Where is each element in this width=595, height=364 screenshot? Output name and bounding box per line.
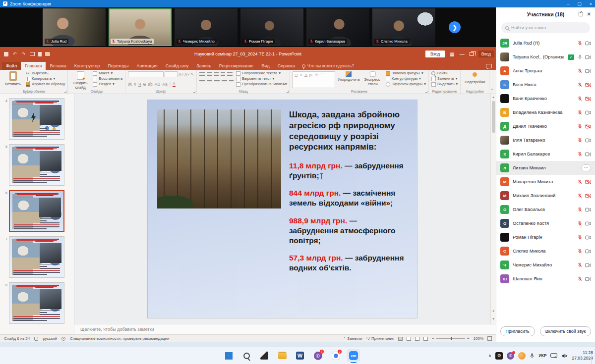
ribbon-tab[interactable]: Главная	[21, 62, 46, 70]
signin-button[interactable]: Вход	[425, 51, 445, 57]
slide-scrollbar[interactable]: ▲ ▲ ▼	[490, 94, 496, 324]
explorer-button[interactable]	[276, 349, 289, 362]
participant-row[interactable]: А Анна Троцька ✓ ···	[496, 64, 595, 78]
fit-slide-icon[interactable]	[487, 336, 492, 341]
participant-row[interactable]: В Владилена Казначеєва ✓ ···	[496, 105, 595, 119]
viber-button[interactable]: 3	[311, 349, 324, 362]
video-tile[interactable]: Julia Rud	[43, 8, 106, 46]
chrome-button[interactable]: 2	[329, 349, 342, 362]
language-indicator[interactable]: УКР	[538, 353, 546, 358]
participant-row[interactable]: Л Литвин Михаил ✓ ···	[496, 161, 595, 175]
comments-icon[interactable]	[486, 64, 492, 68]
slide-editor-area[interactable]: Шкода, завдана збройною агресією рф прир…	[74, 94, 496, 324]
orange-app-tray-icon[interactable]	[518, 352, 526, 360]
ribbon-display-options-icon[interactable]: ▦	[450, 52, 454, 57]
new-slide-button[interactable]: Создать слайд	[70, 71, 90, 90]
format-painter-button[interactable]: Формат по образцу	[26, 82, 65, 87]
ribbon-tab[interactable]: Вставка	[46, 62, 70, 70]
arrange-button[interactable]: Упорядочить	[338, 78, 360, 82]
language-indicator[interactable]: русский	[43, 336, 57, 341]
align-buttons[interactable]	[199, 79, 234, 83]
slideshow-view-icon[interactable]	[423, 337, 428, 341]
slide-thumbnail[interactable]: 4	[3, 98, 69, 140]
ribbon-tab[interactable]: Анимация	[132, 62, 161, 70]
restore-button[interactable]	[470, 52, 474, 56]
participant-row[interactable]: М Михаил Зволинский ✓ ···	[496, 189, 595, 203]
copy-button[interactable]: Копировать ▾	[26, 77, 65, 81]
ribbon-tab[interactable]: Файл	[2, 62, 21, 70]
dark-app-button[interactable]	[258, 349, 271, 362]
search-button[interactable]	[240, 349, 253, 362]
participant-search-input[interactable]: Найти участника	[501, 22, 590, 33]
show-desktop-button[interactable]	[592, 354, 593, 364]
section-button[interactable]: Раздел ▾	[93, 82, 122, 87]
smartart-button[interactable]: Преобразовать в SmartArt	[236, 82, 287, 87]
ribbon-tab[interactable]: Рецензирование	[215, 62, 258, 70]
scroll-up-icon[interactable]: ▲	[492, 94, 495, 100]
shapes-gallery[interactable]: ◻ ○ △ ▷ ☆ ⌒	[293, 71, 335, 88]
align-text-button[interactable]: Выровнять текст ▾	[236, 77, 287, 81]
participant-row[interactable]: Tatyana Kozl.. (Организатор) ✓ ···	[496, 50, 595, 64]
notes-toggle[interactable]: ≐ Заметки	[343, 336, 362, 341]
maximize-button[interactable]: ▢	[577, 1, 582, 6]
more-options-button[interactable]: ···	[581, 164, 591, 171]
scrollbar-thumb[interactable]	[492, 101, 495, 133]
unmute-button[interactable]: Включить свой звук	[540, 326, 592, 336]
participant-row[interactable]: О Остапенко Костя ✓ ···	[496, 216, 595, 230]
settings-icon[interactable]: ⚙	[495, 352, 503, 360]
slide-thumbnail[interactable]: 7	[3, 236, 69, 278]
slide-bullet-item[interactable]: 57,3 млрд грн. — забруднення водних об’є…	[289, 253, 408, 273]
paste-button[interactable]: Вставить	[2, 71, 23, 86]
signin-button-secondary[interactable]: Вход	[478, 51, 494, 57]
participant-row[interactable]: С Слєпко Микола ✓ ···	[496, 244, 595, 258]
video-tile[interactable]: Кирил Балакарев	[306, 8, 369, 46]
accessibility-status[interactable]: Специальные возможности: проверьте реком…	[70, 336, 170, 341]
start-button[interactable]	[222, 349, 235, 362]
quick-styles-button[interactable]: Экспресс-стили	[362, 78, 383, 86]
word-button[interactable]	[294, 349, 306, 362]
next-videos-button[interactable]: ❯	[449, 21, 461, 33]
previous-slide-icon[interactable]: ▲	[492, 308, 495, 313]
slide-title[interactable]: Шкода, завдана збройною агресією рф прир…	[289, 109, 408, 153]
notes-pane[interactable]: Щелкните, чтобы добавить заметки	[74, 324, 496, 334]
clock[interactable]: 11:2827.03.2024	[572, 350, 593, 361]
popout-panel-icon[interactable]	[579, 12, 583, 16]
replace-button[interactable]: Заменить ▾	[431, 77, 458, 81]
slide-thumbnail[interactable]: 5	[3, 144, 69, 186]
video-tile[interactable]: Tatyana Kozlovskaya	[109, 8, 172, 46]
dialog-launcher-icon[interactable]	[287, 91, 289, 93]
participant-row[interactable]: Ч Чемерис Михайло ✓ ···	[496, 258, 595, 272]
slide-thumbnail[interactable]: 6	[3, 190, 69, 232]
touch-keyboard-icon[interactable]	[550, 353, 557, 359]
next-slide-icon[interactable]: ▼	[492, 316, 495, 322]
participant-row[interactable]: JR Julia Rud (Я) ✓ ···	[496, 36, 595, 50]
slide-bullet-item[interactable]: 988,9 млрд грн. — забруднення атмосферно…	[289, 216, 408, 246]
close-panel-icon[interactable]: ✕	[587, 11, 591, 17]
reset-button[interactable]: Восстановить	[93, 77, 122, 81]
video-tile[interactable]: Роман Пігарін	[240, 8, 303, 46]
save-icon[interactable]	[4, 52, 8, 56]
participant-row[interactable]: Б Боєв Нікіта ✓ ···	[496, 78, 595, 92]
close-button[interactable]: ×	[590, 1, 592, 6]
participant-row[interactable]: О Олег Васильєв ✓ ···	[496, 203, 595, 216]
ribbon-tab[interactable]: Запись	[192, 62, 215, 70]
ribbon-tab[interactable]: Справка	[274, 62, 299, 70]
shape-effects-button[interactable]: Эффекты фигуры ▾	[386, 82, 426, 87]
font-style-buttons[interactable]: Ж К Ч S ab АВ Аа | А	[128, 81, 175, 87]
addins-button[interactable]: Надстройки	[465, 80, 485, 85]
comments-toggle[interactable]: 🗨 Примечания	[366, 336, 394, 341]
participant-row[interactable]: Роман Пігарін ✓ ···	[496, 230, 595, 244]
video-tile[interactable]: Слєпко Микола	[372, 8, 435, 46]
ribbon-tab[interactable]: Переходы	[104, 62, 132, 70]
text-direction-button[interactable]: Направление текста ▾	[236, 71, 287, 76]
font-size-select[interactable]	[165, 71, 178, 77]
spellcheck-icon[interactable]	[34, 337, 38, 341]
dialog-launcher-icon[interactable]	[193, 91, 195, 93]
find-button[interactable]: Найти	[431, 71, 458, 76]
slide-thumbnail[interactable]: 8	[3, 282, 69, 324]
dialog-launcher-icon[interactable]	[64, 91, 66, 93]
reading-view-icon[interactable]	[415, 337, 419, 341]
font-name-select[interactable]	[128, 71, 164, 77]
ribbon-tab[interactable]: Слайд-шоу	[162, 62, 193, 70]
viber-tray-icon[interactable]: ✆	[507, 352, 514, 360]
